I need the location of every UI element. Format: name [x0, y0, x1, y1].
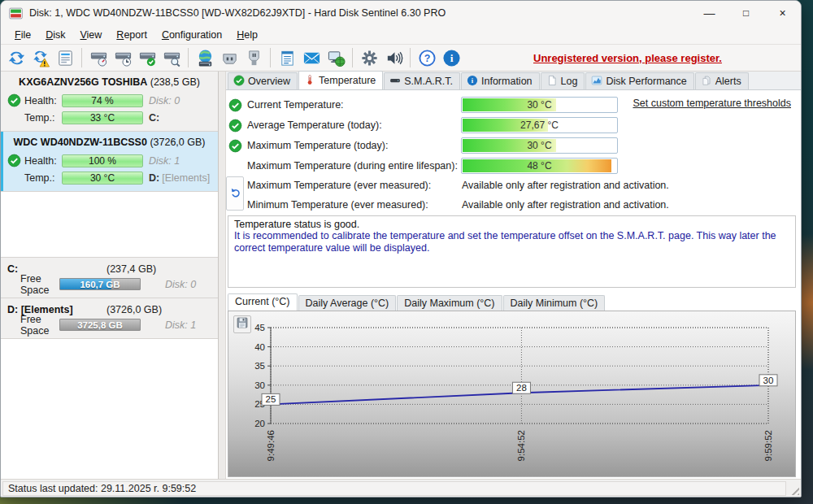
disk-title: KXG6AZNV256G TOSHIBA (238,5 GB): [6, 76, 213, 88]
disk-number: Disk: 0: [165, 279, 196, 290]
chart-tab-current[interactable]: Current (°C): [228, 293, 298, 311]
chart-tab-daily-minimum[interactable]: Daily Minimum (°C): [503, 295, 606, 311]
svg-text:35: 35: [254, 361, 265, 371]
disk-check-icon[interactable]: [135, 46, 159, 69]
free-space-bar: 3725,8 GB: [59, 319, 141, 331]
svg-text:30: 30: [763, 376, 774, 385]
tab-disk-performance[interactable]: Disk Performance: [585, 72, 693, 89]
disk-number: Disk: 0: [149, 95, 180, 106]
status-line-2: It is recommended to calibrate the tempe…: [234, 230, 789, 254]
svg-text:45: 45: [254, 323, 265, 332]
disk-gauge-icon[interactable]: [86, 46, 111, 69]
speaker-icon[interactable]: [381, 46, 406, 69]
svg-text:40: 40: [254, 342, 265, 352]
menu-report[interactable]: Report: [109, 28, 154, 42]
maximize-button[interactable]: □: [728, 1, 764, 25]
app-window: Disk: 1, WDC WD40NDZW-11BCSS0 [WD-WX82D6…: [0, 0, 802, 497]
mail-icon[interactable]: [299, 46, 324, 69]
chart-canvas: 2025303540459:49:469:54:529:59:52252830: [228, 311, 793, 476]
health-ok-icon: [7, 93, 21, 107]
temp-row-bar: 48 °C: [461, 158, 618, 174]
close-button[interactable]: ×: [764, 1, 801, 25]
sidebar-disk-1[interactable]: WDC WD40NDZW-11BCSS0 (3726,0 GB) Health:…: [1, 132, 218, 192]
chart-tab-daily-maximum[interactable]: Daily Maximum (°C): [397, 295, 502, 311]
toolbar-separator: [410, 48, 411, 67]
refresh-warning-icon[interactable]: [28, 46, 53, 69]
disk-plug-icon[interactable]: [241, 46, 266, 69]
gear-icon[interactable]: [357, 46, 381, 69]
menu-disk[interactable]: Disk: [38, 28, 72, 42]
disk-number: Disk: 1: [165, 319, 196, 331]
refresh-icon[interactable]: [4, 46, 28, 69]
tab-log[interactable]: Log: [541, 72, 585, 89]
sidebar-partition-c[interactable]: C: (237,4 GB) Free Space 160,7 GB Disk: …: [1, 257, 218, 298]
locked-row-value: Available only after registration and ac…: [462, 180, 669, 191]
notepad-icon[interactable]: [275, 46, 299, 69]
temp-bar: 30 °C: [62, 172, 143, 185]
resize-grip[interactable]: [789, 484, 799, 495]
svg-text:?: ?: [424, 53, 430, 64]
temp-row-label: Current Temperature:: [247, 99, 344, 111]
thermometer-icon: [304, 74, 315, 88]
svg-text:9:54:52: 9:54:52: [516, 430, 526, 461]
disk-size: (3726,0 GB): [150, 137, 205, 148]
drive-letter: D:[Elements]: [149, 172, 210, 184]
svg-text:9:59:52: 9:59:52: [763, 430, 773, 461]
disk-size: (238,5 GB): [150, 76, 200, 88]
temp-row-label: Average Temperature (today):: [247, 119, 382, 131]
network-monitor-icon[interactable]: [324, 46, 348, 69]
info-icon[interactable]: i: [439, 46, 463, 69]
sidebar-splitter[interactable]: [219, 72, 226, 479]
svg-text:28: 28: [516, 383, 527, 393]
info-circle-icon: i: [467, 75, 478, 89]
tab-temperature[interactable]: Temperature: [298, 71, 383, 89]
temp-row-bar: 30 °C: [461, 97, 618, 113]
chart-tab-daily-average[interactable]: Daily Average (°C): [298, 295, 397, 311]
help-icon[interactable]: ?: [415, 46, 439, 69]
temperature-pane: Current Temperature: 30 °C Average Tempe…: [226, 90, 801, 479]
alerts-pages-icon: [701, 75, 712, 89]
health-label: Health:: [24, 95, 60, 106]
app-icon: [9, 7, 23, 20]
drive-letter: C:: [149, 112, 162, 124]
undo-button[interactable]: [226, 176, 244, 211]
sidebar-disk-0[interactable]: KXG6AZNV256G TOSHIBA (238,5 GB) Health: …: [1, 72, 218, 132]
set-thresholds-link[interactable]: Set custom temperature thresholds: [633, 98, 791, 109]
desktop: Disk: 1, WDC WD40NDZW-11BCSS0 [WD-WX82D6…: [0, 0, 813, 504]
tab-overview[interactable]: Overview: [228, 72, 298, 89]
disk-search-icon[interactable]: [159, 46, 184, 69]
disk-clock-icon[interactable]: [111, 46, 135, 69]
health-label: Health:: [24, 155, 60, 167]
toolbar-separator: [81, 48, 82, 67]
disk-connector-icon[interactable]: [217, 46, 241, 69]
menu-configuration[interactable]: Configuration: [154, 28, 229, 42]
report-icon[interactable]: [53, 46, 77, 69]
disk-number: Disk: 1: [149, 155, 180, 167]
menu-help[interactable]: Help: [229, 28, 265, 42]
titlebar: Disk: 1, WDC WD40NDZW-11BCSS0 [WD-WX82D6…: [1, 1, 801, 25]
temp-row-label: Maximum Temperature (today):: [247, 140, 388, 151]
sidebar-partition-d[interactable]: D: [Elements] (3726,0 GB) Free Space 372…: [1, 298, 218, 339]
temp-row-bar: 30 °C: [461, 137, 618, 154]
menu-view[interactable]: View: [72, 28, 109, 42]
locked-row-label: Maximum Temperature (ever measured):: [247, 180, 431, 191]
locked-row-value: Available only after registration and ac…: [462, 199, 669, 211]
status-line-1: Temperature status is good.: [234, 219, 789, 230]
tab-alerts[interactable]: Alerts: [695, 72, 749, 89]
menu-file[interactable]: File: [7, 28, 38, 42]
globe-disk-icon[interactable]: [193, 46, 217, 69]
svg-text:30: 30: [254, 380, 265, 390]
minimize-button[interactable]: —: [691, 1, 728, 25]
disk-smart-icon: [389, 75, 401, 89]
temperature-chart: 2025303540459:49:469:54:529:59:52252830: [228, 311, 796, 477]
register-link[interactable]: Unregistered version, please register.: [533, 52, 722, 64]
toolbar-separator: [188, 48, 189, 67]
status-text: Status last updated: 29.11.2025 r. 9:59:…: [8, 483, 196, 494]
toolbar-separator: [270, 48, 271, 67]
sidebar-gap: [1, 192, 218, 257]
status-ok-icon: [228, 98, 242, 112]
menubar: File Disk View Report Configuration Help: [1, 25, 801, 44]
tab-information[interactable]: iInformation: [461, 72, 540, 89]
content: KXG6AZNV256G TOSHIBA (238,5 GB) Health: …: [1, 72, 801, 479]
tab-smart[interactable]: S.M.A.R.T.: [384, 72, 460, 89]
